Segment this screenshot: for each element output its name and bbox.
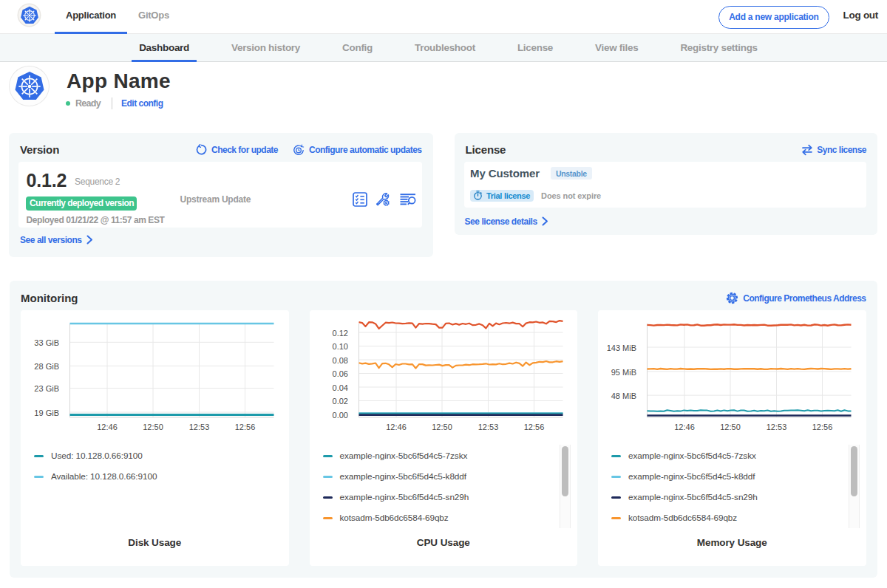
svg-text:33 GiB: 33 GiB [34, 338, 59, 347]
svg-text:12:53: 12:53 [478, 423, 498, 431]
svg-text:0.10: 0.10 [332, 342, 347, 351]
svg-text:95 MiB: 95 MiB [611, 368, 636, 377]
svg-text:0.04: 0.04 [332, 383, 347, 392]
svg-text:0.02: 0.02 [332, 397, 347, 406]
svg-text:12:50: 12:50 [720, 423, 741, 431]
svg-text:12:53: 12:53 [767, 423, 787, 431]
svg-text:143 MiB: 143 MiB [607, 343, 636, 352]
svg-text:0.00: 0.00 [332, 411, 347, 420]
svg-text:23 GiB: 23 GiB [34, 384, 59, 393]
svg-text:0.06: 0.06 [332, 369, 347, 378]
svg-text:12:46: 12:46 [386, 423, 407, 431]
svg-text:12:46: 12:46 [674, 423, 695, 431]
svg-text:12:56: 12:56 [523, 423, 544, 431]
svg-text:19 GiB: 19 GiB [34, 408, 59, 417]
svg-text:12:53: 12:53 [189, 423, 210, 431]
svg-text:12:46: 12:46 [97, 423, 118, 431]
svg-text:0.08: 0.08 [332, 356, 347, 365]
svg-text:0.12: 0.12 [332, 329, 347, 338]
svg-text:28 GiB: 28 GiB [34, 362, 59, 371]
svg-text:12:50: 12:50 [432, 423, 452, 431]
svg-text:12:50: 12:50 [143, 423, 163, 431]
svg-text:12:56: 12:56 [812, 423, 833, 431]
svg-text:48 MiB: 48 MiB [611, 392, 636, 400]
svg-text:12:56: 12:56 [235, 423, 256, 431]
